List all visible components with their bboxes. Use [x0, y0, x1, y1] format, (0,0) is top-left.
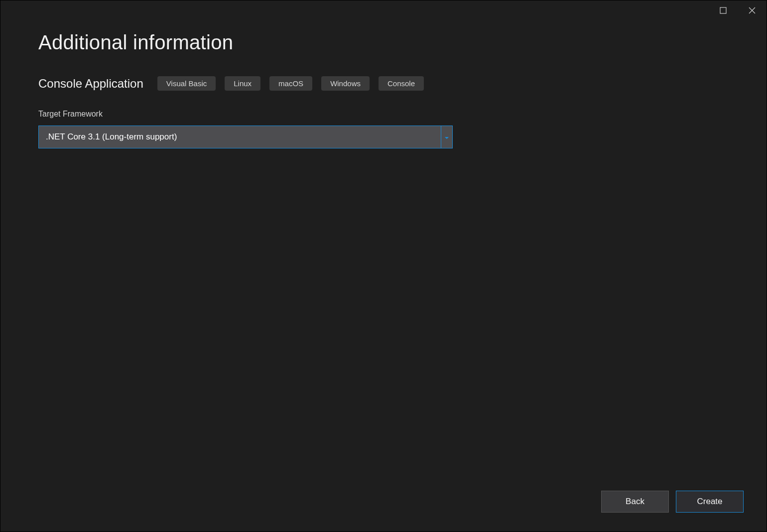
create-button[interactable]: Create	[676, 491, 744, 513]
project-type-subtitle: Console Application	[38, 77, 143, 91]
svg-rect-0	[720, 7, 726, 13]
target-framework-selected[interactable]: .NET Core 3.1 (Long-term support)	[39, 126, 441, 148]
page-title: Additional information	[38, 31, 729, 54]
maximize-button[interactable]	[709, 0, 738, 21]
maximize-icon	[720, 7, 727, 15]
tag-console: Console	[379, 76, 424, 91]
main-content: Additional information Console Applicati…	[0, 0, 767, 148]
chevron-down-icon	[445, 133, 449, 141]
target-framework-dropdown[interactable]: .NET Core 3.1 (Long-term support)	[38, 126, 453, 148]
tag-windows: Windows	[321, 76, 370, 91]
tag-linux: Linux	[225, 76, 260, 91]
close-icon	[749, 7, 756, 15]
footer-buttons: Back Create	[601, 491, 744, 513]
target-framework-label: Target Framework	[38, 110, 729, 119]
close-button[interactable]	[738, 0, 767, 21]
subtitle-row: Console Application Visual Basic Linux m…	[38, 76, 729, 91]
tag-visual-basic: Visual Basic	[157, 76, 216, 91]
dropdown-arrow-button[interactable]	[441, 126, 452, 148]
back-button[interactable]: Back	[601, 491, 669, 513]
window-titlebar	[709, 0, 767, 21]
tag-macos: macOS	[269, 76, 312, 91]
